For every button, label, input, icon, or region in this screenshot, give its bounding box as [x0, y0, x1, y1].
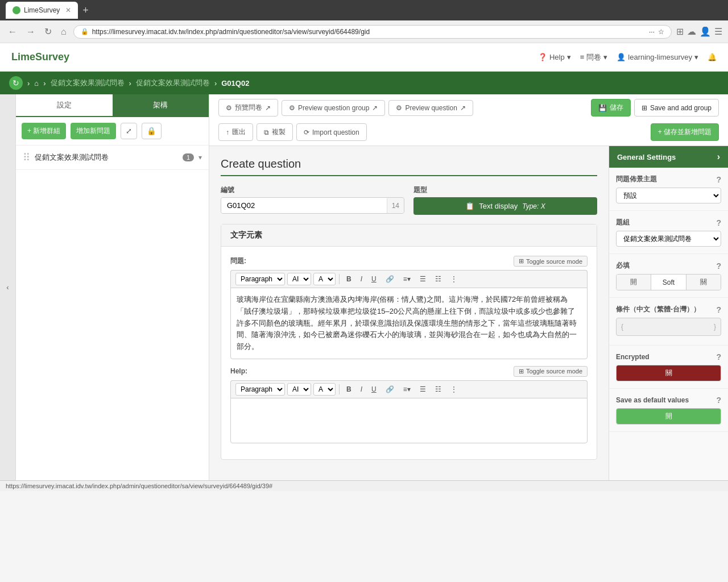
question-label-row: 問題: ⊞ Toggle source mode	[230, 256, 588, 267]
sync-icon[interactable]: ☁	[687, 26, 696, 37]
type-suffix: Type: X	[522, 202, 545, 210]
code-input[interactable]	[221, 198, 387, 213]
mandatory-help-icon[interactable]: ?	[716, 261, 721, 271]
preview-survey-btn[interactable]: ⚙ 預覽問卷 ↗	[218, 99, 278, 117]
align-btn-2[interactable]: ≡▾	[400, 384, 414, 395]
notifications-btn[interactable]: 🔔	[708, 53, 717, 61]
lock-btn[interactable]: 🔒	[142, 123, 162, 139]
save-default-help-icon[interactable]: ?	[716, 396, 721, 405]
extensions-icon[interactable]: ⊞	[676, 26, 684, 37]
questions-btn[interactable]: ≡ 問卷 ▾	[580, 52, 608, 63]
content-area: ⚙ 預覽問卷 ↗ ⚙ Preview question group ↗ ⚙ Pr…	[209, 94, 728, 480]
group-section: 題組 ? 促銷文案效果測試問卷	[609, 211, 728, 254]
italic-btn[interactable]: I	[357, 273, 366, 285]
survey-arrow-icon[interactable]: ▾	[198, 153, 202, 161]
gear-icon: ⚙	[226, 104, 232, 112]
sidebar-collapse-btn[interactable]: ‹	[0, 94, 16, 480]
preview-question-btn[interactable]: ⚙ Preview question ↗	[388, 100, 473, 116]
paragraph-select-2[interactable]: Paragraph	[235, 383, 285, 396]
status-url: https://limesurvey.imacat.idv.tw/index.p…	[6, 483, 272, 489]
tab-structure[interactable]: 架構	[113, 94, 209, 116]
ordered-list-btn[interactable]: ☷	[432, 273, 445, 285]
save-add-question-btn[interactable]: + 儲存並新增問題	[651, 123, 719, 141]
size-select[interactable]: A	[313, 273, 336, 285]
preview-group-btn[interactable]: ⚙ Preview question group ↗	[282, 100, 385, 116]
theme-select[interactable]: 預設	[616, 188, 721, 203]
condition-help-icon[interactable]: ?	[716, 305, 721, 314]
font-select-2[interactable]: AI	[287, 383, 311, 396]
help-chevron-icon: ▾	[567, 53, 571, 61]
question-content[interactable]: 玻璃海岸位在宜蘭縣南方澳漁港及內埤海岸(俗稱：情人鷺)之間。這片海灣，於民國72…	[230, 288, 588, 359]
breadcrumb-sep-1: ›	[43, 79, 46, 88]
save-btn[interactable]: 💾 儲存	[591, 99, 631, 117]
forward-btn[interactable]: →	[24, 24, 38, 39]
char-count: 14	[387, 198, 404, 213]
copy-btn[interactable]: ⧉ 複製	[257, 123, 293, 141]
ordered-list-btn-2[interactable]: ☷	[432, 384, 445, 395]
list-btn-2[interactable]: ☰	[416, 384, 429, 395]
mandatory-soft-btn[interactable]: Soft	[651, 275, 686, 290]
condition-input-wrapper: { }	[616, 318, 721, 336]
more-btn[interactable]: ⋮	[447, 273, 461, 285]
import-btn[interactable]: ⟳ Import question	[296, 123, 367, 141]
group-help-icon[interactable]: ?	[716, 218, 721, 227]
encrypted-help-icon[interactable]: ?	[716, 352, 721, 361]
toggle-source-btn-2[interactable]: ⊞ Toggle source mode	[514, 366, 588, 377]
condition-input[interactable]	[623, 323, 714, 331]
import-icon: ⟳	[304, 128, 309, 136]
save-default-on-btn[interactable]: 開	[617, 409, 721, 424]
save-default-section: Save as default values ? 開	[609, 389, 728, 432]
underline-btn-2[interactable]: U	[368, 384, 380, 395]
mandatory-label: 必填 ?	[616, 261, 721, 271]
new-tab-icon[interactable]: +	[82, 5, 89, 16]
tab-close-icon[interactable]: ✕	[65, 6, 71, 14]
help-content[interactable]	[230, 398, 588, 443]
account-icon[interactable]: 👤	[700, 26, 711, 37]
group-select[interactable]: 促銷文案效果測試問卷	[616, 231, 721, 247]
mandatory-section: 必填 ? 開 Soft 關	[609, 254, 728, 298]
breadcrumb-link-1[interactable]: 促銷文案效果測試問卷	[51, 78, 125, 88]
bookmark-icon[interactable]: ☆	[658, 28, 664, 36]
browser-tab[interactable]: LimeSurvey ✕	[6, 2, 78, 19]
questions-chevron-icon: ▾	[603, 53, 607, 61]
home-btn[interactable]: ⌂	[59, 24, 69, 39]
size-select-2[interactable]: A	[313, 383, 336, 396]
bold-btn-2[interactable]: B	[343, 384, 355, 395]
align-btn[interactable]: ≡▾	[400, 273, 414, 285]
underline-btn[interactable]: U	[368, 273, 380, 285]
address-bar-menu-icon[interactable]: ···	[649, 28, 655, 36]
add-question-btn[interactable]: 增加新問題	[71, 123, 116, 139]
encrypted-section: Encrypted ? 關	[609, 346, 728, 389]
export-btn[interactable]: ↑ 匯出	[218, 123, 253, 141]
encrypted-off-btn[interactable]: 關	[617, 365, 721, 381]
settings-header[interactable]: General Settings ›	[609, 146, 728, 168]
list-btn[interactable]: ☰	[416, 273, 429, 285]
survey-item[interactable]: ⠿ 促銷文案效果測試問卷 1 ▾	[16, 146, 209, 170]
type-select-btn[interactable]: 📋 Text display Type: X	[413, 197, 597, 215]
address-bar[interactable]: 🔒 https://limesurvey.imacat.idv.tw/index…	[73, 25, 672, 39]
bold-btn[interactable]: B	[343, 273, 355, 285]
help-btn[interactable]: ❓ Help ▾	[538, 53, 571, 61]
italic-btn-2[interactable]: I	[357, 384, 366, 395]
mandatory-on-btn[interactable]: 開	[617, 275, 651, 290]
back-btn[interactable]: ←	[6, 24, 19, 39]
encrypted-label: Encrypted ?	[616, 352, 721, 361]
save-add-group-btn[interactable]: ⊞ Save and add group	[634, 99, 719, 117]
lock-icon: 🔒	[81, 28, 89, 35]
paragraph-select[interactable]: Paragraph	[235, 273, 285, 285]
add-group-btn[interactable]: + 新增群組	[22, 123, 66, 139]
expand-btn[interactable]: ⤢	[121, 123, 137, 139]
save-icon: 💾	[598, 104, 607, 112]
toggle-source-btn[interactable]: ⊞ Toggle source mode	[514, 256, 588, 267]
link-btn[interactable]: 🔗	[382, 273, 398, 285]
link-btn-2[interactable]: 🔗	[382, 384, 398, 395]
more-btn-2[interactable]: ⋮	[447, 384, 461, 395]
user-btn[interactable]: 👤 learning-limesurvey ▾	[617, 53, 698, 61]
font-select[interactable]: AI	[287, 273, 311, 285]
breadcrumb-link-2[interactable]: 促銷文案效果測試問卷	[136, 78, 210, 88]
reload-btn[interactable]: ↻	[42, 24, 54, 39]
tab-settings[interactable]: 設定	[16, 94, 113, 116]
theme-help-icon[interactable]: ?	[716, 175, 721, 184]
menu-icon[interactable]: ☰	[714, 26, 722, 37]
mandatory-off-btn[interactable]: 關	[686, 275, 721, 290]
